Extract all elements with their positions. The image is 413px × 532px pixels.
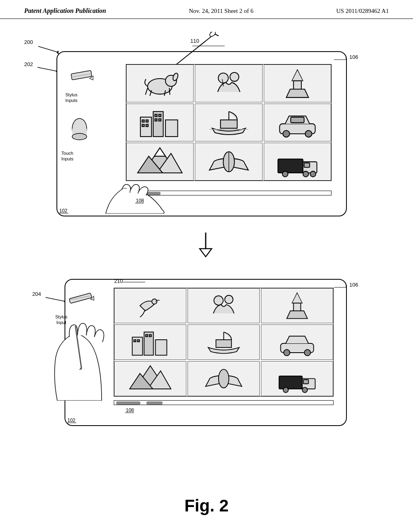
svg-line-14 <box>146 88 148 95</box>
svg-point-88 <box>304 349 310 355</box>
grid-cell-bot-car <box>261 324 333 360</box>
arrow-down-between <box>194 231 218 260</box>
svg-point-70 <box>152 299 157 304</box>
svg-rect-99 <box>69 293 92 303</box>
svg-line-6 <box>174 34 215 66</box>
underline-102-bot <box>67 417 77 423</box>
svg-point-87 <box>284 349 290 355</box>
touch-inputs-label-top: TouchInputs <box>61 150 73 162</box>
grid-cell-bot-plane <box>188 361 260 396</box>
svg-rect-94 <box>279 376 302 389</box>
svg-rect-35 <box>220 120 237 128</box>
grid-cell-buildings <box>126 104 194 141</box>
label-204: 204 <box>32 291 41 297</box>
svg-marker-64 <box>200 249 212 257</box>
svg-marker-23 <box>286 89 309 98</box>
bottom-diagram: 204 106 210 <box>32 267 379 440</box>
svg-point-40 <box>305 130 312 137</box>
svg-rect-49 <box>278 159 303 172</box>
label-202: 202 <box>24 61 33 67</box>
grid-cell-couple <box>195 64 262 102</box>
publication-label: Patent Application Publication <box>24 7 106 15</box>
svg-rect-27 <box>142 120 144 122</box>
svg-marker-21 <box>292 69 303 81</box>
svg-rect-28 <box>146 120 148 122</box>
label-210-group: 210 <box>114 278 147 284</box>
grid-cell-truck <box>264 143 331 181</box>
grid-cell-car <box>264 104 331 141</box>
main-content: 200 202 106 110 <box>0 19 413 527</box>
svg-rect-33 <box>155 118 157 121</box>
svg-rect-84 <box>216 340 231 347</box>
grid-cell-bot-tower <box>261 288 333 323</box>
label-106-bot: 106 <box>332 282 358 289</box>
date-sheet-label: Nov. 24, 2011 Sheet 2 of 6 <box>189 8 253 15</box>
underline-108-bot <box>125 407 135 413</box>
svg-point-13 <box>172 72 179 81</box>
svg-rect-31 <box>155 114 157 116</box>
scrollbar-bottom[interactable] <box>114 400 334 405</box>
screen-bottom: 210 <box>114 288 334 397</box>
svg-line-17 <box>169 88 170 95</box>
underline-108-top <box>135 197 145 204</box>
svg-rect-79 <box>155 340 167 355</box>
svg-rect-81 <box>138 340 140 342</box>
label-200: 200 <box>24 39 33 45</box>
svg-point-18 <box>218 73 228 83</box>
stylus-inputs-label-top: StylusInputs <box>65 92 77 104</box>
grid-cell-boat <box>195 104 262 141</box>
page-header: Patent Application Publication Nov. 24, … <box>0 0 413 19</box>
svg-line-2 <box>38 67 58 71</box>
svg-point-60 <box>72 133 87 140</box>
svg-rect-26 <box>165 120 177 136</box>
top-diagram: 200 202 106 110 <box>24 39 379 229</box>
svg-rect-83 <box>149 335 151 337</box>
svg-marker-45 <box>154 148 166 156</box>
stylus-hand-bottom: StylusInput <box>53 292 134 405</box>
svg-point-54 <box>310 171 316 177</box>
svg-rect-29 <box>142 124 144 127</box>
grid-cell-tower <box>264 64 331 102</box>
svg-rect-32 <box>159 114 161 116</box>
svg-point-97 <box>283 387 288 393</box>
grid-cell-dog <box>126 64 194 102</box>
image-grid-bottom <box>114 288 333 396</box>
grid-cell-mountains <box>126 143 194 181</box>
svg-marker-74 <box>292 293 302 303</box>
figure-caption: Fig. 2 <box>184 496 229 515</box>
svg-rect-34 <box>159 118 161 121</box>
svg-rect-41 <box>291 117 304 123</box>
svg-rect-30 <box>146 124 148 127</box>
svg-point-19 <box>230 72 239 81</box>
svg-rect-80 <box>134 340 136 342</box>
grid-cell-bot-truck <box>261 361 333 396</box>
patent-number-label: US 2011/0289462 A1 <box>336 8 389 15</box>
grid-cell-plane <box>195 143 262 181</box>
device-frame-top: 106 110 <box>56 51 347 216</box>
label-210: 210 <box>114 278 123 284</box>
svg-rect-51 <box>304 163 310 167</box>
svg-point-52 <box>282 171 288 177</box>
svg-point-39 <box>283 130 290 137</box>
touch-icon-208: TouchInputs <box>61 116 110 154</box>
svg-rect-82 <box>146 335 148 337</box>
image-grid-top <box>126 64 331 181</box>
svg-point-71 <box>214 296 223 305</box>
grid-cell-bot-couple <box>188 288 260 323</box>
svg-point-93 <box>219 369 229 388</box>
svg-rect-96 <box>303 380 309 384</box>
svg-line-0 <box>38 46 58 52</box>
svg-point-53 <box>303 171 309 177</box>
svg-marker-76 <box>287 311 307 318</box>
label-106-top: 106 <box>332 54 358 61</box>
svg-point-98 <box>302 387 307 393</box>
device-frame-bottom: 106 210 <box>65 279 347 426</box>
screen-top <box>126 64 332 181</box>
grid-cell-bot-boat <box>188 324 260 360</box>
underline-102-top <box>59 208 69 214</box>
svg-point-72 <box>225 295 233 303</box>
stylus-icon-206: StylusInputs <box>65 68 106 94</box>
